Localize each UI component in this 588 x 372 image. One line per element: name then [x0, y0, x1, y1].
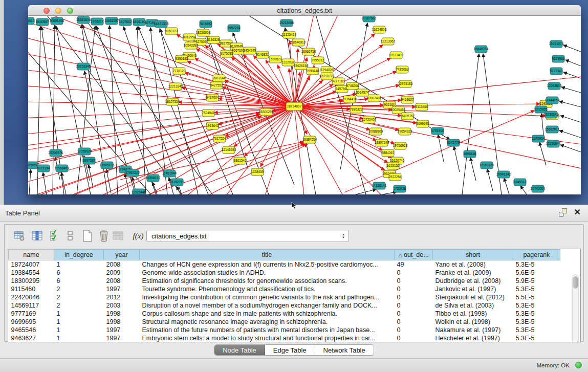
table-row[interactable]: 969969511998Structural magnetic resonanc… — [9, 318, 560, 326]
table-cell[interactable]: 5.3E-5 — [513, 260, 560, 269]
table-cell[interactable]: 49 — [395, 260, 433, 269]
table-cell[interactable]: 0 — [395, 293, 433, 301]
table-vertical-scrollbar[interactable] — [572, 274, 579, 342]
table-cell[interactable]: Estimation of the future numbers of pati… — [140, 326, 395, 334]
column-header-title[interactable]: title — [140, 250, 395, 260]
function-icon[interactable]: f(x) — [131, 229, 145, 243]
table-cell[interactable]: 5.3E-5 — [513, 326, 560, 334]
table-cell[interactable]: Structural magnetic resonance image aver… — [140, 318, 395, 326]
table-cell[interactable]: de Silva et al. (2003) — [433, 301, 513, 310]
table-column-icon[interactable] — [31, 229, 44, 243]
scrollbar-thumb[interactable] — [573, 276, 578, 289]
table-cell[interactable]: 18724007 — [9, 260, 54, 269]
table-cell[interactable]: Changes of HCN gene expression and I(f) … — [140, 260, 395, 269]
table-cell[interactable]: 0 — [395, 301, 433, 310]
column-header-out_degree[interactable]: △out_de... — [395, 250, 433, 260]
table-cell[interactable]: Yano et al. (2008) — [433, 260, 513, 269]
table-settings-icon[interactable] — [13, 229, 26, 243]
table-cell[interactable]: 18300295 — [9, 277, 54, 285]
table-cell[interactable]: 1 — [54, 260, 104, 269]
table-cell[interactable]: 2003 — [104, 301, 140, 310]
table-cell[interactable]: Tibbo et al. (1998) — [433, 310, 513, 318]
table-cell[interactable]: 0 — [395, 269, 433, 277]
table-cell[interactable]: 1997 — [104, 285, 140, 293]
table-cell[interactable]: 9115460 — [9, 285, 54, 293]
table-cell[interactable]: 1 — [54, 318, 104, 326]
table-cell[interactable]: 5.3E-5 — [513, 285, 560, 293]
table-cell[interactable]: Disruption of a novel member of a sodium… — [140, 301, 395, 310]
column-header-short[interactable]: short — [433, 250, 513, 260]
table-cell[interactable]: Investigating the contribution of common… — [140, 293, 395, 301]
table-cell[interactable]: 0 — [395, 277, 433, 285]
new-document-icon[interactable] — [81, 229, 94, 243]
table-cell[interactable]: Nakamura et al. (1997) — [433, 326, 513, 334]
table-row[interactable]: 1456911722003Disruption of a novel membe… — [9, 301, 560, 310]
table-cell[interactable]: 1 — [54, 334, 104, 342]
tab-node-table[interactable]: Node Table — [214, 345, 265, 355]
table-cell[interactable]: Wolkin et al. (1998) — [433, 318, 513, 326]
table-row[interactable]: 1872400712008Changes of HCN gene express… — [9, 260, 560, 269]
table-cell[interactable]: 1998 — [104, 318, 140, 326]
table-cell[interactable]: Genome-wide association studies in ADHD. — [140, 269, 395, 277]
table-cell[interactable]: Embryonic stem cells: a model to study s… — [140, 334, 395, 342]
table-row[interactable]: 946554611997Estimation of the future num… — [9, 326, 560, 334]
table-cell[interactable]: 9777169 — [9, 310, 54, 318]
table-cell[interactable]: 0 — [395, 285, 433, 293]
close-panel-icon[interactable]: ✕ — [574, 208, 581, 216]
tab-edge-table[interactable]: Edge Table — [265, 345, 315, 355]
network-canvas-area[interactable]: 1872400719384554183002959860123891295418… — [28, 16, 581, 194]
table-cell[interactable]: 1997 — [104, 326, 140, 334]
trash-icon[interactable] — [97, 229, 111, 243]
table-cell[interactable]: 0 — [395, 310, 433, 318]
table-cell[interactable]: 14569117 — [9, 301, 54, 310]
table-cell[interactable]: 2 — [54, 285, 104, 293]
table-cell[interactable]: Hescheler et al. (1997) — [433, 334, 513, 342]
table-cell[interactable]: 0 — [395, 326, 433, 334]
table-cell[interactable]: 2 — [54, 301, 104, 310]
rows-icon[interactable] — [66, 229, 74, 243]
table-cell[interactable]: 5.3E-5 — [513, 301, 560, 310]
checklist-icon[interactable] — [50, 229, 59, 243]
table-cell[interactable]: 6 — [54, 277, 104, 285]
network-window-titlebar[interactable]: citations_edges.txt — [28, 5, 581, 16]
table-cell[interactable]: 2 — [54, 293, 104, 301]
table-row[interactable]: 1938455462009Genome-wide association stu… — [9, 269, 560, 277]
table-cell[interactable]: 0 — [395, 318, 433, 326]
node-table[interactable]: namein_degreeyeartitle△out_de...shortpag… — [8, 249, 581, 342]
table-cell[interactable]: 0 — [395, 334, 433, 342]
table-cell[interactable]: 1998 — [104, 310, 140, 318]
table-cell[interactable]: Estimation of significance thresholds fo… — [140, 277, 395, 285]
column-header-pagerank[interactable]: pagerank — [513, 250, 560, 260]
float-panel-icon[interactable] — [559, 208, 567, 216]
column-header-in_degree[interactable]: in_degree — [54, 250, 104, 260]
column-header-year[interactable]: year — [104, 250, 140, 260]
table-cell[interactable]: Stergiakouli et al. (2012) — [433, 293, 513, 301]
table-cell[interactable]: 1 — [54, 310, 104, 318]
table-cell[interactable]: 5.9E-5 — [513, 277, 560, 285]
table-cell[interactable]: 2012 — [104, 293, 140, 301]
table-cell[interactable]: Corpus callosum shape and size in male p… — [140, 310, 395, 318]
table-cell[interactable]: 5.6E-5 — [513, 269, 560, 277]
table-cell[interactable]: 9465546 — [9, 326, 54, 334]
table-cell[interactable]: 22420046 — [9, 293, 54, 301]
table-cell[interactable]: 9699695 — [9, 318, 54, 326]
table-cell[interactable]: 2009 — [104, 269, 140, 277]
table-row[interactable]: 977716911998Corpus callosum shape and si… — [9, 310, 560, 318]
table-cell[interactable]: 5.3E-5 — [513, 334, 560, 342]
table-cell[interactable]: 1 — [54, 326, 104, 334]
table-row[interactable]: 1830029562008Estimation of significance … — [9, 277, 560, 285]
table-cell[interactable]: 6 — [54, 269, 104, 277]
table-row[interactable]: 2242004622012Investigating the contribut… — [9, 293, 560, 301]
column-header-name[interactable]: name — [9, 250, 54, 260]
table-cell[interactable]: 19384554 — [9, 269, 54, 277]
table-cell[interactable]: Tourette syndrome. Phenomenology and cla… — [140, 285, 395, 293]
table-cell[interactable]: 2008 — [104, 277, 140, 285]
tab-network-table[interactable]: Network Table — [315, 345, 374, 355]
table-cell[interactable]: 5.3E-5 — [513, 318, 560, 326]
table-cell[interactable]: Franke et al. (2009) — [433, 269, 513, 277]
table-cell[interactable]: 5.3E-5 — [513, 310, 560, 318]
table-cell[interactable]: 1997 — [104, 334, 140, 342]
table-cell[interactable]: Dudbridge et al. (2008) — [433, 277, 513, 285]
table-cell[interactable]: 5.5E-5 — [513, 293, 560, 301]
table-select-dropdown[interactable]: citations_edges.txt ▲▼ — [146, 230, 349, 242]
